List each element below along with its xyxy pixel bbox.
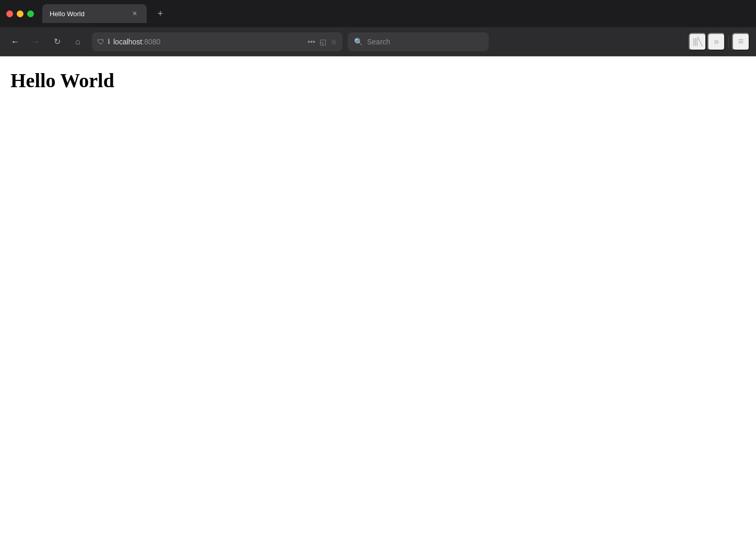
page-content: Hello World xyxy=(0,56,756,526)
close-button[interactable] xyxy=(6,10,13,17)
toolbar-right: |||╲ » ≡ xyxy=(689,33,750,51)
address-text: localhost:8080 xyxy=(113,38,304,46)
search-placeholder: Search xyxy=(367,38,390,46)
traffic-lights xyxy=(6,10,34,17)
library-button[interactable]: |||╲ xyxy=(689,33,706,51)
back-icon: ← xyxy=(11,37,19,46)
library-icon: |||╲ xyxy=(693,37,702,46)
shield-icon: 🛡 xyxy=(97,38,104,46)
menu-icon: ≡ xyxy=(738,36,744,47)
reload-icon: ↻ xyxy=(54,37,61,46)
back-button[interactable]: ← xyxy=(6,33,24,51)
toolbar-divider xyxy=(728,36,729,48)
minimize-button[interactable] xyxy=(17,10,23,17)
search-bar[interactable]: 🔍 Search xyxy=(348,32,489,51)
more-icon[interactable]: ••• xyxy=(308,38,315,46)
home-button[interactable]: ⌂ xyxy=(69,33,87,51)
info-icon: ℹ xyxy=(108,38,110,45)
new-tab-button[interactable]: + xyxy=(153,6,168,21)
maximize-button[interactable] xyxy=(27,10,34,17)
forward-icon: → xyxy=(32,37,40,46)
extensions-icon: » xyxy=(714,36,719,47)
reload-button[interactable]: ↻ xyxy=(48,33,66,51)
search-icon: 🔍 xyxy=(354,38,363,46)
url-host: localhost xyxy=(113,38,142,46)
page-heading: Hello World xyxy=(10,69,746,92)
menu-button[interactable]: ≡ xyxy=(732,33,750,51)
tab-title: Hello World xyxy=(50,10,125,18)
url-port: :8080 xyxy=(142,38,160,46)
browser-tab[interactable]: Hello World ✕ xyxy=(42,4,147,23)
forward-button[interactable]: → xyxy=(27,33,45,51)
address-icons: ••• ◱ ☆ xyxy=(308,38,337,46)
bookmark-icon[interactable]: ☆ xyxy=(330,38,337,46)
toolbar: ← → ↻ ⌂ 🛡 ℹ localhost:8080 ••• ◱ ☆ 🔍 Sea… xyxy=(0,27,756,56)
home-icon: ⌂ xyxy=(75,37,80,46)
extensions-button[interactable]: » xyxy=(707,33,725,51)
address-bar[interactable]: 🛡 ℹ localhost:8080 ••• ◱ ☆ xyxy=(92,32,342,51)
pocket-icon[interactable]: ◱ xyxy=(320,38,326,46)
tab-close-button[interactable]: ✕ xyxy=(130,9,139,18)
titlebar: Hello World ✕ + xyxy=(0,0,756,27)
